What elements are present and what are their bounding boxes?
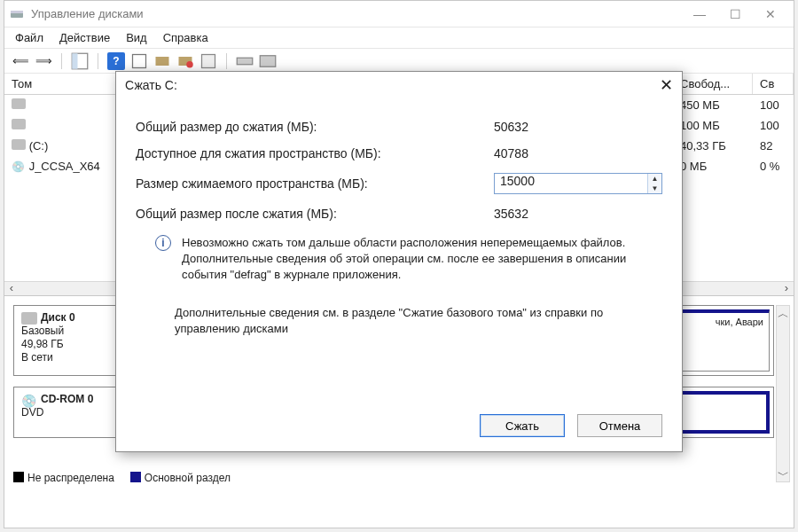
- scroll-up-icon[interactable]: ︿: [777, 306, 789, 320]
- toolbar-icon-2[interactable]: [176, 52, 194, 70]
- help-icon[interactable]: ?: [107, 52, 125, 70]
- spin-down-icon[interactable]: ▼: [648, 184, 661, 193]
- menu-action[interactable]: Действие: [59, 31, 110, 44]
- label-total-before: Общий размер до сжатия (МБ):: [136, 120, 494, 134]
- spin-up-icon[interactable]: ▲: [648, 174, 661, 184]
- partition-status-text: чки, Авари: [716, 317, 763, 327]
- nav-forward-icon[interactable]: ⟹: [35, 52, 52, 70]
- scroll-right-icon[interactable]: ›: [779, 282, 794, 295]
- volume-icon: [12, 139, 26, 150]
- window-close-button[interactable]: ✕: [753, 7, 788, 21]
- window-title: Управление дисками: [31, 7, 682, 20]
- svg-rect-1: [11, 11, 23, 13]
- svg-rect-8: [202, 54, 215, 67]
- svg-rect-9: [237, 58, 253, 65]
- cdrom-icon: [21, 394, 37, 406]
- legend-primary: Основной раздел: [130, 472, 231, 484]
- toolbar-icon-1[interactable]: [153, 52, 171, 70]
- show-tree-icon[interactable]: [71, 52, 89, 70]
- volume-icon: [12, 119, 26, 129]
- label-to-shrink: Размер сжимаемого пространства (МБ):: [136, 176, 494, 191]
- col-free[interactable]: Свобод...: [673, 74, 753, 94]
- shrink-button[interactable]: Сжать: [480, 414, 565, 437]
- dialog-title: Сжать C:: [125, 78, 646, 92]
- menu-help[interactable]: Справка: [163, 31, 208, 44]
- value-available: 40788: [494, 146, 662, 160]
- maximize-button[interactable]: ☐: [717, 7, 753, 21]
- menubar: Файл Действие Вид Справка: [4, 27, 794, 49]
- disk-icon: [21, 312, 37, 325]
- info-note-2: Дополнительные сведения см. в разделе "С…: [175, 305, 662, 337]
- volume-icon: [12, 98, 26, 109]
- toolbar: ⟸ ⟹ ?: [4, 49, 794, 74]
- toolbar-icon-4[interactable]: [259, 52, 277, 70]
- properties-icon[interactable]: [200, 52, 217, 70]
- svg-point-7: [186, 61, 193, 68]
- cancel-button[interactable]: Отмена: [577, 414, 662, 437]
- menu-file[interactable]: Файл: [15, 31, 43, 44]
- svg-rect-10: [260, 55, 276, 66]
- value-total-after: 35632: [494, 207, 662, 221]
- label-total-after: Общий размер после сжатия (МБ):: [136, 207, 494, 221]
- label-available: Доступное для сжатия пространство (МБ):: [136, 146, 494, 160]
- titlebar: Управление дисками — ☐ ✕: [4, 1, 794, 27]
- value-total-before: 50632: [494, 120, 662, 134]
- close-icon[interactable]: ✕: [646, 77, 673, 93]
- shrink-dialog: Сжать C: ✕ Общий размер до сжатия (МБ): …: [115, 71, 683, 452]
- nav-back-icon[interactable]: ⟸: [12, 52, 29, 70]
- app-icon: [10, 7, 24, 21]
- svg-rect-4: [133, 54, 146, 67]
- cd-icon: [12, 160, 26, 170]
- shrink-amount-input[interactable]: 15000: [495, 174, 647, 193]
- shrink-amount-spinner[interactable]: 15000 ▲ ▼: [494, 173, 662, 194]
- info-note-1: i Невозможно сжать том дальше области ра…: [155, 235, 662, 284]
- graphic-vscroll[interactable]: ︿ ﹀: [776, 305, 790, 482]
- minimize-button[interactable]: —: [682, 7, 717, 21]
- info-icon: i: [155, 235, 171, 251]
- dialog-titlebar: Сжать C: ✕: [116, 72, 682, 98]
- scroll-left-icon[interactable]: ‹: [4, 282, 19, 295]
- scroll-down-icon[interactable]: ﹀: [777, 467, 789, 481]
- svg-rect-3: [72, 53, 77, 69]
- legend: Не распределена Основной раздел: [13, 472, 231, 484]
- svg-rect-5: [156, 57, 169, 66]
- toolbar-icon-3[interactable]: [236, 52, 254, 70]
- refresh-icon[interactable]: [130, 52, 148, 70]
- legend-unallocated: Не распределена: [13, 472, 114, 484]
- menu-view[interactable]: Вид: [126, 31, 147, 44]
- col-pct[interactable]: Св: [753, 74, 794, 94]
